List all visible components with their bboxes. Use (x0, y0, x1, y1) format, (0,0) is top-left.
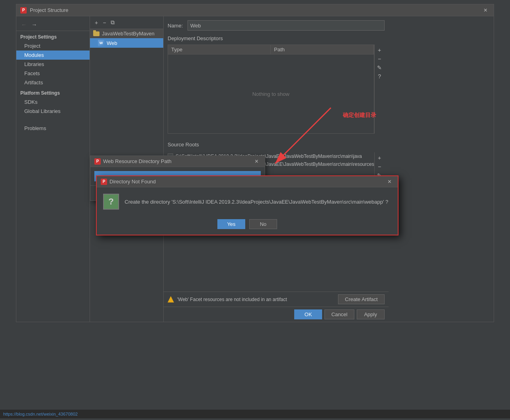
help-descriptor-button[interactable]: ? (375, 72, 383, 80)
add-module-button[interactable]: + (93, 19, 100, 27)
window-close-button[interactable]: × (481, 6, 490, 15)
platform-settings-header: Platform Settings (16, 87, 90, 97)
annotation-text: 确定创建目录 (343, 112, 376, 119)
bottom-bar: OK Cancel Apply (164, 307, 389, 322)
web-resource-dialog-title: Web Resource Directory Path (103, 158, 172, 164)
apply-button[interactable]: Apply (357, 309, 385, 319)
deployment-table-body: Nothing to show (168, 54, 374, 134)
edit-descriptor-button[interactable]: ✎ (375, 64, 383, 72)
nothing-to-show: Nothing to show (252, 91, 289, 97)
remove-descriptor-button[interactable]: − (375, 55, 383, 63)
dir-dialog-body: ? Create the directory 'S:\Soft\IntelliJ… (97, 187, 398, 216)
ok-button[interactable]: OK (294, 309, 322, 319)
no-button[interactable]: No (249, 219, 277, 229)
window-title: Project Structure (30, 7, 68, 13)
dir-not-found-dialog: P Directory Not Found × ? Create the dir… (96, 175, 399, 235)
module-item-project[interactable]: JavaWebTestByMaven (90, 29, 163, 38)
table-header: Type Path (168, 45, 374, 54)
title-bar-left: P Project Structure (20, 7, 68, 14)
detail-panel: Name: Deployment Descriptors Type Path N… (164, 16, 389, 292)
sidebar-item-global-libraries[interactable]: Global Libraries (16, 107, 90, 116)
web-module-name: Web (107, 40, 117, 46)
source-roots-label: Source Roots (168, 142, 199, 148)
sidebar-item-artifacts[interactable]: Artifacts (16, 78, 90, 87)
add-source-button[interactable]: + (375, 154, 383, 162)
sidebar-item-sdks[interactable]: SDKs (16, 97, 90, 107)
name-input[interactable] (188, 20, 385, 31)
web-resource-dialog-icon: P (94, 158, 101, 165)
dir-dialog-titlebar: P Directory Not Found × (97, 176, 398, 187)
remove-source-button[interactable]: − (375, 163, 383, 171)
name-label: Name: (168, 23, 184, 29)
csdn-url-text: https://blog.csdn.net/weixin_43670802 (3, 412, 78, 416)
dir-dialog-title: Directory Not Found (109, 179, 156, 185)
project-settings-header: Project Settings (16, 31, 90, 41)
nav-toolbar: ← → (16, 18, 90, 31)
forward-button[interactable]: → (30, 21, 39, 29)
question-mark-icon: ? (103, 194, 119, 210)
sidebar-item-libraries[interactable]: Libraries (16, 60, 90, 69)
warning-icon (168, 296, 174, 303)
sidebar-item-project[interactable]: Project (16, 41, 90, 51)
dir-dialog-close[interactable]: × (385, 177, 394, 186)
warning-bar: 'Web' Facet resources are not included i… (164, 292, 389, 307)
sidebar-item-facets[interactable]: Facets (16, 69, 90, 78)
right-toolbar: + − ✎ ? (374, 45, 385, 134)
create-artifact-button[interactable]: Create Artifact (338, 294, 384, 304)
warning-text: 'Web' Facet resources are not included i… (177, 297, 335, 302)
dir-dialog-message: Create the directory 'S:\Soft\IntelliJ I… (125, 199, 388, 205)
csdn-url-bar: https://blog.csdn.net/weixin_43670802 (0, 410, 510, 418)
dir-dialog-icon: P (101, 179, 107, 185)
module-item-web[interactable]: W Web (90, 38, 163, 48)
remove-module-button[interactable]: − (101, 19, 107, 27)
name-row: Name: (168, 20, 385, 31)
web-resource-dialog-title-left: P Web Resource Directory Path (94, 158, 172, 165)
web-resource-dialog-close[interactable]: × (252, 157, 261, 166)
path-col-header: Path (271, 45, 373, 54)
add-descriptor-button[interactable]: + (375, 46, 383, 54)
cancel-button[interactable]: Cancel (324, 309, 354, 319)
main-window: P Project Structure × ← → Project Settin… (16, 4, 494, 322)
dir-dialog-buttons: Yes No (97, 216, 398, 235)
module-toolbar: + − ⧉ (90, 16, 163, 29)
title-bar: P Project Structure × (16, 4, 494, 16)
deployment-descriptors-label: Deployment Descriptors (168, 35, 385, 41)
copy-module-button[interactable]: ⧉ (109, 18, 116, 27)
web-module-icon: W (98, 40, 104, 46)
type-col-header: Type (168, 45, 271, 54)
web-resource-dialog-titlebar: P Web Resource Directory Path × (90, 156, 265, 167)
app-icon: P (20, 7, 27, 14)
project-module-name: JavaWebTestByMaven (102, 31, 154, 37)
folder-icon (93, 31, 100, 36)
sidebar-item-problems[interactable]: Problems (16, 124, 90, 133)
back-button[interactable]: ← (20, 21, 28, 29)
sidebar: ← → Project Settings Project Modules Lib… (16, 16, 90, 322)
sidebar-item-modules[interactable]: Modules (16, 51, 90, 60)
yes-button[interactable]: Yes (217, 219, 245, 229)
